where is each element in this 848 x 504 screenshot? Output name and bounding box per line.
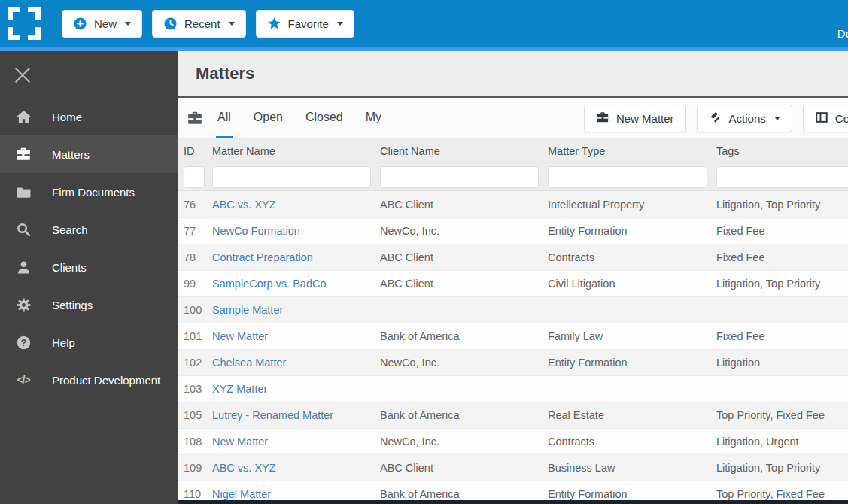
matter-id-cell: 108 bbox=[184, 436, 212, 448]
sidebar-item-home[interactable]: Home bbox=[0, 98, 178, 135]
recent-button-label: Recent bbox=[184, 17, 220, 30]
table-row[interactable]: 100 Sample Matter bbox=[178, 296, 848, 323]
table-header-row: ID Matter Name Client Name Matter Type T… bbox=[178, 138, 848, 163]
tags-cell: Fixed Fee bbox=[716, 330, 848, 342]
filter-matter-name-input[interactable] bbox=[212, 166, 371, 188]
matter-name-link[interactable]: XYZ Matter bbox=[212, 383, 267, 395]
tags-cell: Litigation, Top Priority bbox=[716, 278, 848, 290]
app-logo[interactable] bbox=[8, 7, 41, 40]
client-name-cell: Bank of America bbox=[380, 409, 548, 421]
client-name-cell: ABC Client bbox=[380, 251, 548, 263]
sidebar-item-firm-documents[interactable]: Firm Documents bbox=[0, 173, 178, 211]
matter-name-link[interactable]: Lutrey - Renamed Matter bbox=[212, 409, 333, 421]
new-dropdown-button[interactable]: New bbox=[62, 10, 142, 38]
actions-dropdown-button[interactable]: Actions bbox=[697, 105, 792, 132]
tab-all[interactable]: All bbox=[216, 98, 233, 138]
matter-id-cell: 103 bbox=[184, 383, 212, 395]
recent-dropdown-button[interactable]: Recent bbox=[152, 10, 246, 38]
matter-name-link[interactable]: Nigel Matter bbox=[212, 488, 271, 500]
matter-name-link[interactable]: SampleCorp vs. BadCo bbox=[212, 278, 327, 290]
matter-id-cell: 105 bbox=[184, 409, 212, 421]
table-row[interactable]: 99 SampleCorp vs. BadCo ABC Client Civil… bbox=[178, 270, 848, 296]
favorite-dropdown-button[interactable]: Favorite bbox=[256, 10, 354, 38]
filter-id-input[interactable] bbox=[184, 166, 205, 188]
columns-button[interactable]: Columns bbox=[803, 105, 848, 132]
matter-type-cell: Business Law bbox=[548, 462, 716, 474]
filter-client-name-input[interactable] bbox=[380, 166, 539, 188]
toolbar-action-buttons: New Matter Actions Columns bbox=[584, 105, 848, 132]
matter-name-link[interactable]: New Matter bbox=[212, 436, 268, 448]
matter-id-cell: 101 bbox=[184, 330, 212, 342]
tab-my[interactable]: My bbox=[364, 98, 383, 138]
sidebar-item-label: Product Development bbox=[52, 374, 160, 387]
table-row[interactable]: 76 ABC vs. XYZ ABC Client Intellectual P… bbox=[178, 191, 848, 217]
tab-open[interactable]: Open bbox=[252, 98, 284, 138]
matter-name-link[interactable]: NewCo Formation bbox=[212, 225, 300, 237]
sidebar-item-label: Matters bbox=[52, 148, 90, 161]
sidebar-item-settings[interactable]: Settings bbox=[0, 286, 178, 323]
column-header-client-name[interactable]: Client Name bbox=[380, 145, 548, 157]
sidebar-item-product-development[interactable]: </> Product Development bbox=[0, 361, 178, 399]
plus-circle-icon bbox=[73, 17, 87, 31]
client-name-cell: NewCo, Inc. bbox=[380, 225, 548, 237]
matter-type-cell: Contracts bbox=[548, 436, 716, 448]
code-icon: </> bbox=[15, 372, 32, 388]
column-header-tags[interactable]: Tags bbox=[716, 145, 848, 157]
tags-cell: Top Priority, Fixed Fee bbox=[716, 409, 848, 421]
table-row[interactable]: 102 Chelsea Matter NewCo, Inc. Entity Fo… bbox=[178, 349, 848, 375]
sidebar-item-label: Help bbox=[52, 336, 75, 349]
matter-name-link[interactable]: New Matter bbox=[212, 330, 268, 342]
matter-name-cell: Sample Matter bbox=[212, 304, 380, 316]
help-icon: ? bbox=[15, 334, 32, 351]
tab-closed[interactable]: Closed bbox=[304, 98, 345, 138]
table-row[interactable]: 103 XYZ Matter bbox=[178, 375, 848, 402]
sidebar-close-button[interactable] bbox=[14, 66, 33, 86]
matter-id-cell: 102 bbox=[184, 357, 212, 369]
table-row[interactable]: 101 New Matter Bank of America Family La… bbox=[178, 323, 848, 349]
column-header-id[interactable]: ID bbox=[184, 145, 212, 157]
sidebar-item-clients[interactable]: Clients bbox=[0, 248, 178, 286]
client-name-cell: Bank of America bbox=[380, 330, 548, 342]
filter-matter-type-input[interactable] bbox=[548, 166, 707, 188]
matter-name-cell: ABC vs. XYZ bbox=[212, 199, 380, 211]
matter-name-cell: Lutrey - Renamed Matter bbox=[212, 409, 380, 421]
table-row[interactable]: 109 ABC vs. XYZ ABC Client Business Law … bbox=[178, 454, 848, 481]
client-name-cell: ABC Client bbox=[380, 278, 548, 290]
topbar-right-truncated-text: Do bbox=[837, 27, 848, 40]
matter-name-link[interactable]: Chelsea Matter bbox=[212, 357, 286, 369]
briefcase-icon bbox=[596, 111, 609, 126]
gear-icon bbox=[15, 296, 32, 313]
matter-name-link[interactable]: Contract Preparation bbox=[212, 251, 313, 263]
tags-cell: Fixed Fee bbox=[716, 251, 848, 263]
gavel-icon bbox=[709, 111, 722, 126]
matter-name-cell: Nigel Matter bbox=[212, 488, 380, 500]
matters-table-body: 76 ABC vs. XYZ ABC Client Intellectual P… bbox=[178, 191, 848, 504]
new-matter-button[interactable]: New Matter bbox=[584, 105, 686, 132]
column-header-matter-type[interactable]: Matter Type bbox=[548, 145, 716, 157]
sidebar-item-help[interactable]: ? Help bbox=[0, 323, 178, 361]
sidebar-item-search[interactable]: Search bbox=[0, 211, 178, 248]
table-filter-row bbox=[178, 163, 848, 191]
matter-name-link[interactable]: Sample Matter bbox=[212, 304, 283, 316]
matter-name-link[interactable]: ABC vs. XYZ bbox=[212, 462, 276, 474]
table-row[interactable]: 108 New Matter NewCo, Inc. Contracts Lit… bbox=[178, 428, 848, 454]
column-header-matter-name[interactable]: Matter Name bbox=[212, 145, 380, 157]
filter-tags-input[interactable] bbox=[716, 166, 848, 188]
bottom-scrollbar[interactable] bbox=[178, 500, 848, 504]
search-icon bbox=[15, 221, 32, 238]
clock-icon bbox=[163, 17, 178, 31]
table-row[interactable]: 77 NewCo Formation NewCo, Inc. Entity Fo… bbox=[178, 217, 848, 244]
main-content: Matters All Open Closed My New Matter Ac… bbox=[178, 51, 848, 504]
matter-name-link[interactable]: ABC vs. XYZ bbox=[212, 199, 276, 211]
tags-cell: Litigation, Top Priority bbox=[716, 462, 848, 474]
table-row[interactable]: 105 Lutrey - Renamed Matter Bank of Amer… bbox=[178, 402, 848, 428]
new-button-label: New bbox=[94, 17, 117, 30]
matter-id-cell: 110 bbox=[184, 488, 212, 500]
tags-cell: Litigation bbox=[716, 357, 848, 369]
client-name-cell: NewCo, Inc. bbox=[380, 436, 548, 448]
matter-type-cell: Entity Formation bbox=[548, 225, 716, 237]
table-row[interactable]: 78 Contract Preparation ABC Client Contr… bbox=[178, 244, 848, 270]
matter-type-cell: Intellectual Property bbox=[548, 199, 716, 211]
sidebar-item-matters[interactable]: Matters bbox=[0, 135, 178, 173]
matter-id-cell: 76 bbox=[184, 199, 212, 211]
